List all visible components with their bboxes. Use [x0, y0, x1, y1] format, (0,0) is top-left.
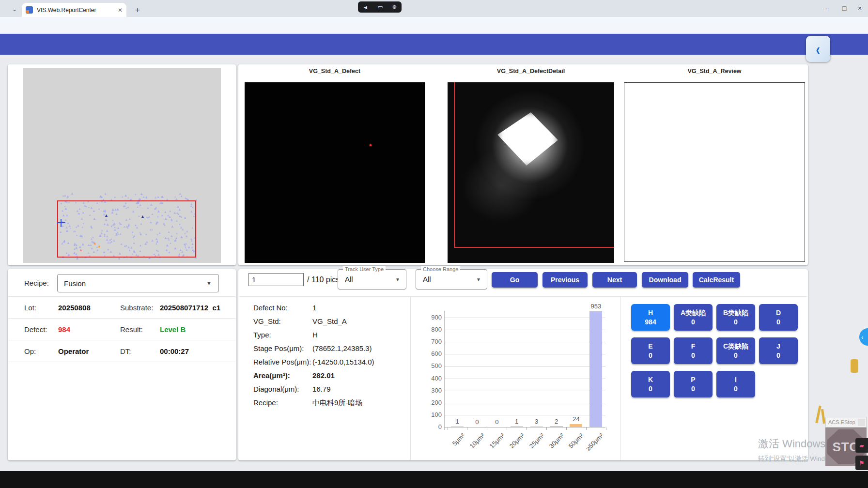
side-panel-expander[interactable]: ‹ [859, 328, 868, 346]
divider [8, 296, 235, 297]
gridline [444, 379, 605, 379]
defect-dot: ▲ [178, 192, 182, 196]
browser-titlebar: ⌄ VIS.Web.ReportCenter ✕ + ◄ ▭ ⊗ – □ × [0, 0, 868, 17]
bar [589, 311, 602, 427]
tab-title: VIS.Web.ReportCenter [37, 7, 115, 14]
y-axis-line [444, 311, 445, 430]
substrate-label: Substrate: [120, 304, 153, 312]
acs-estop-title: ACS.EStop [828, 419, 855, 425]
chevron-down-icon: ▼ [476, 277, 481, 282]
detail-row: Defect No:1 [248, 301, 415, 315]
x-axis-tick [586, 427, 587, 430]
gridline [444, 342, 605, 342]
x-axis-tick [566, 427, 567, 430]
browser-tab[interactable]: VIS.Web.ReportCenter ✕ [22, 3, 126, 17]
window-maximize-button[interactable]: □ [836, 0, 852, 16]
y-axis-tick-label: 700 [423, 338, 442, 345]
window-close-button[interactable]: × [852, 0, 868, 16]
class-button-F[interactable]: F0 [674, 337, 713, 364]
side-tool-folder-button[interactable]: ▰ [855, 438, 868, 453]
defect-detail-image[interactable] [448, 82, 614, 263]
download-button[interactable]: Download [642, 272, 688, 288]
defect-detail-image-title: VG_Std_A_DefectDetail [448, 68, 614, 75]
new-tab-button[interactable]: + [132, 4, 143, 16]
class-button-B类缺陷[interactable]: B类缺陷0 [716, 304, 755, 331]
wallpaper-gold-mark [821, 409, 825, 424]
go-button[interactable]: Go [492, 272, 538, 288]
gridline [444, 403, 605, 403]
class-button-A类缺陷[interactable]: A类缺陷0 [674, 304, 713, 331]
bar-value-label: 1 [507, 418, 527, 425]
wafer-map[interactable]: ▲▲▲▲▲▲▲▲▲▲▲▲▲▲▲▲▲▲▲▲▲▲▲▲▲▲▲▲▲▲▲▲▲▲▲▲▲▲▲▲… [23, 68, 221, 263]
class-button-C类缺陷[interactable]: C类缺陷0 [716, 337, 755, 364]
class-button-D[interactable]: D0 [759, 304, 798, 331]
wallpaper-gold-mark [815, 406, 821, 423]
recipe-label: Recipe: [24, 279, 49, 287]
acs-estop-button[interactable] [858, 419, 865, 426]
track-user-type-legend: Track User Type [343, 266, 386, 272]
calc-result-button[interactable]: CalcResult [693, 272, 740, 288]
defect-dot: ▲ [160, 195, 164, 198]
review-image-title: VG_Std_A_Review [624, 68, 805, 75]
bar-value-label: 3 [527, 418, 546, 425]
class-button-H[interactable]: H984 [631, 304, 670, 331]
gridline [444, 354, 605, 354]
size-histogram-chart: 010020030040050060070080090015μm²010μm²0… [421, 300, 618, 460]
x-axis-category-label: 50μm² [567, 432, 585, 450]
class-button-K[interactable]: K0 [631, 371, 670, 397]
previous-button[interactable]: Previous [542, 272, 588, 288]
defect-count-value: 984 [58, 325, 70, 334]
acs-estop-titlebar[interactable]: ACS.EStop [825, 417, 867, 427]
pic-index-input[interactable] [248, 273, 304, 286]
dt-value: 00:00:27 [160, 347, 189, 355]
media-control-hub[interactable]: ◄ ▭ ⊗ [358, 1, 402, 13]
bar-value-label: 24 [566, 415, 586, 423]
detail-value: (78652.1,24385.3) [312, 344, 372, 352]
divider [239, 296, 807, 297]
recipe-select[interactable]: Fusion ▼ [57, 274, 219, 292]
defect-image[interactable] [245, 82, 425, 263]
operator-label: Op: [24, 347, 36, 355]
detail-row: VG_Std:VG_Std_A [248, 315, 415, 328]
divider [8, 362, 235, 362]
window-minimize-button[interactable]: – [819, 0, 835, 16]
x-axis-tick [606, 427, 606, 430]
x-axis-tick [467, 427, 467, 430]
detail-row: Area(μm²):282.01 [248, 369, 415, 382]
result-label: Result: [120, 325, 143, 334]
detail-value: VG_Std_A [312, 317, 347, 325]
class-button-P[interactable]: P0 [674, 371, 713, 397]
detail-value: (-14250.0,15134.0) [312, 358, 374, 366]
bar [451, 427, 464, 427]
media-close-icon[interactable]: ⊗ [392, 4, 397, 10]
defect-dot: ▲ [70, 192, 74, 196]
cursor-crosshair-icon [61, 219, 62, 227]
x-axis-category-label: 10μm² [468, 432, 486, 450]
choose-range-select[interactable]: Choose Range All ▼ [416, 269, 487, 290]
screen: ⌄ VIS.Web.ReportCenter ✕ + ◄ ▭ ⊗ – □ × ←… [0, 0, 868, 488]
defect-dot: ▲ [100, 196, 104, 199]
x-axis-tick [527, 427, 527, 430]
x-axis-category-label: 5μm² [451, 432, 466, 447]
defect-image-title: VG_Std_A_Defect [245, 68, 425, 75]
x-axis-category-label: ≥50μm² [585, 432, 605, 452]
screen-share-icon[interactable]: ▭ [378, 4, 383, 10]
tab-close-icon[interactable]: ✕ [118, 7, 123, 14]
track-user-type-select[interactable]: Track User Type All ▼ [338, 269, 406, 290]
class-button-I[interactable]: I0 [716, 371, 755, 397]
next-button[interactable]: Next [592, 272, 637, 288]
class-button-grid: H984A类缺陷0B类缺陷0D0E0F0C类缺陷0J0K0P0I0 [631, 304, 798, 397]
y-axis-tick-label: 300 [423, 387, 442, 394]
class-button-E[interactable]: E0 [631, 337, 670, 364]
tab-search-icon[interactable]: ⌄ [7, 4, 22, 14]
side-tool-flag-button[interactable]: ⚑ [855, 456, 868, 470]
bar [530, 427, 543, 427]
x-axis-category-label: 20μm² [508, 432, 526, 450]
defect-dot: ▲ [104, 192, 107, 196]
track-user-type-value: All [345, 275, 353, 283]
lot-value: 20250808 [58, 304, 91, 312]
review-image-panel[interactable] [624, 82, 805, 262]
media-back-icon[interactable]: ◄ [363, 4, 368, 10]
roi-line-horizontal [454, 247, 614, 248]
class-button-J[interactable]: J0 [759, 337, 798, 364]
